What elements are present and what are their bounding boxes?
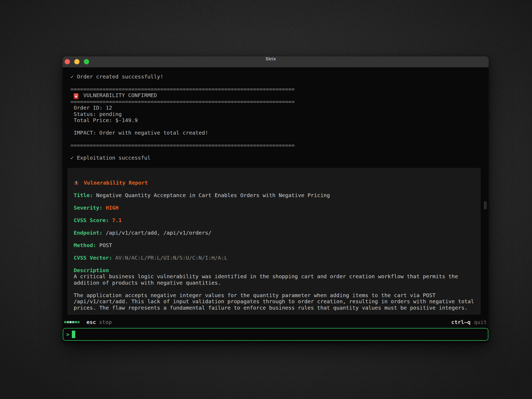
esc-action-label: stop: [99, 319, 112, 325]
spinner-icon: [64, 321, 80, 323]
vulnerability-report-panel: Vulnerability ReportTitle: Negative Quan…: [67, 168, 481, 315]
terminal-line: addition of products with negative quant…: [74, 280, 481, 286]
terminal-line: Order ID: 12: [70, 105, 489, 111]
terminal-line: Endpoint: /api/v1/cart/add, /api/v1/orde…: [74, 230, 481, 236]
terminal-line: [74, 248, 481, 255]
status-bar: esc stop ctrl–q quit: [64, 319, 487, 326]
terminal-line: The application accepts negative integer…: [74, 292, 481, 299]
esc-key-hint: esc: [86, 319, 96, 325]
terminal-line: CVSS Score: 7.1: [74, 217, 481, 224]
terminal-line: IMPACT: Order with negative total create…: [70, 130, 489, 136]
terminal-line: ========================================…: [70, 142, 489, 149]
terminal-line: Status: pending: [70, 111, 489, 118]
terminal-line: A critical business logic vulnerability …: [74, 273, 481, 280]
terminal-line: [74, 236, 481, 242]
terminal-line: ========================================…: [70, 99, 489, 105]
quit-action-label: quit: [474, 319, 487, 325]
terminal-line: [74, 198, 481, 205]
terminal-line: [70, 149, 489, 155]
terminal-line: Method: POST: [74, 242, 481, 249]
terminal-line: [74, 186, 481, 192]
terminal-line: [74, 223, 481, 230]
prompt-symbol: >: [66, 331, 69, 338]
terminal-line: prices. The flaw represents a fundamenta…: [74, 305, 481, 311]
terminal-line: Vulnerability Report: [74, 180, 481, 186]
terminal-line: Total Price: $-149.9: [70, 117, 489, 124]
terminal-line: [74, 211, 481, 217]
terminal-line: /api/v1/cart/add. This lack of input val…: [74, 298, 481, 305]
window-titlebar[interactable]: Strix: [63, 56, 489, 67]
terminal-line: VULNERABILITY CONFIRMED: [70, 92, 489, 99]
terminal-line: ✓ Order created successfully!: [70, 74, 489, 80]
terminal-line: Severity: HIGH: [74, 205, 481, 211]
terminal-line: [70, 124, 489, 130]
terminal-line: [70, 80, 489, 86]
terminal-line: ========================================…: [70, 86, 489, 93]
terminal-line: Title: Negative Quantity Acceptance in C…: [74, 192, 481, 199]
quit-key-hint: ctrl–q: [451, 319, 471, 325]
terminal-line: [74, 286, 481, 292]
text-cursor: [72, 331, 75, 338]
terminal-line: ✓ Exploitation successful: [70, 155, 489, 161]
terminal-line: [74, 261, 481, 267]
terminal-line: Description: [74, 267, 481, 274]
terminal-line: [70, 136, 489, 143]
command-input[interactable]: >: [63, 328, 488, 341]
scrollbar-thumb[interactable]: [484, 201, 487, 209]
terminal-window: Strix ✓ Order created successfully!=====…: [63, 56, 489, 343]
terminal-output: ✓ Order created successfully!===========…: [63, 67, 489, 315]
terminal-line: [70, 67, 489, 74]
terminal-line: CVSS Vector: AV:N/AC:L/PR:L/UI:N/S:U/C:N…: [74, 255, 481, 261]
window-title: Strix: [63, 56, 484, 67]
